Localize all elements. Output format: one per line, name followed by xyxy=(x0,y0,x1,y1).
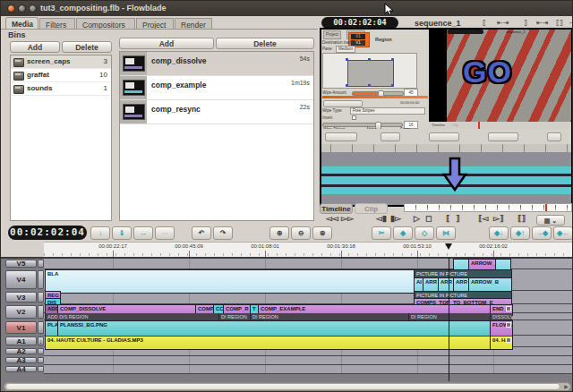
redo-button[interactable]: ↷ xyxy=(213,226,233,240)
track-head-v1[interactable]: V1 xyxy=(5,321,37,334)
media-file-row[interactable]: comp_dissolve54s xyxy=(120,52,313,76)
monitor-out-button[interactable]: ⟧ xyxy=(524,19,527,27)
track-head-v2[interactable]: V2 xyxy=(5,305,37,319)
sequence-split-button[interactable]: ◆← xyxy=(553,226,573,240)
capture-wipe-type-label: Wipe Type: xyxy=(322,108,342,113)
lift-button[interactable]: ◇ xyxy=(415,226,434,240)
media-file-row[interactable]: comp_resync22s xyxy=(120,100,313,124)
ruler-label: 00:00:45:09 xyxy=(175,243,203,249)
capture-timecode: 00:00:00:00 xyxy=(400,100,419,105)
undo-button[interactable]: ↶ xyxy=(192,226,211,240)
track-head-v3[interactable]: V3 xyxy=(5,292,37,303)
tab-media[interactable]: Media xyxy=(5,17,38,30)
capture-letterbox xyxy=(429,30,447,122)
clip-monitor-button[interactable]: →◆ xyxy=(532,226,552,240)
minimize-button[interactable] xyxy=(18,4,26,13)
overwrite-clip-button[interactable]: ⇓ xyxy=(112,226,132,240)
capture-wipe-type-select: Free Stripes xyxy=(350,107,425,115)
monitor-view-select[interactable]: ▤ ⌄ xyxy=(536,215,565,226)
mark-out-button[interactable]: ⟧ xyxy=(456,214,459,223)
capture-toolbar xyxy=(321,129,571,144)
track-indicator-a1[interactable]: ↓ xyxy=(38,337,44,345)
capture-monitor-row: Timeline Clip xyxy=(429,122,571,129)
monitor-scrub-bar[interactable] xyxy=(404,203,572,212)
media-add-button[interactable]: Add xyxy=(119,38,214,49)
marks-clear-button[interactable]: ⟦⟧ xyxy=(517,214,526,223)
bin-row[interactable]: graffat10 xyxy=(11,69,111,82)
close-button[interactable] xyxy=(7,4,15,13)
timeline-ruler[interactable]: 00:00:22:1700:00:45:0900:01:08:0100:01:3… xyxy=(44,242,572,257)
append-clip-button[interactable]: ⇔ xyxy=(155,226,175,240)
zoom-in-button[interactable]: ⊕ xyxy=(269,226,289,240)
timeline-clip[interactable]: BLA xyxy=(45,269,417,294)
track-head-a3[interactable]: A3 xyxy=(5,357,37,363)
to-next-edit-button[interactable]: ▻▻ xyxy=(341,214,354,223)
media-file-duration: 1m19s xyxy=(291,80,310,86)
ruler-label: 00:01:08:01 xyxy=(251,243,279,249)
next-frame-button[interactable]: ▮▻ xyxy=(390,214,401,223)
thumbnail-accent xyxy=(124,115,142,117)
mouse-cursor-icon xyxy=(384,3,395,16)
to-mark-in-button[interactable]: ⟦◅ xyxy=(478,214,488,223)
sequence-name: sequence_1 xyxy=(415,19,461,28)
ruler-label: 00:01:30:18 xyxy=(327,243,355,249)
bins-label: Bins xyxy=(8,30,26,39)
zoom-fit-button[interactable]: ⊜ xyxy=(312,226,332,240)
track-head-v5[interactable]: V5 xyxy=(5,260,37,268)
maximize-button[interactable] xyxy=(29,4,37,13)
clip-status-icon xyxy=(506,337,511,343)
track-indicator-a2[interactable] xyxy=(38,348,44,354)
timeline-scrollbar-handle[interactable] xyxy=(5,383,560,390)
bins-delete-button[interactable]: Delete xyxy=(62,41,112,53)
clip-mode-button[interactable]: Clip xyxy=(355,203,388,214)
timeline-mode-button[interactable]: Timeline xyxy=(320,203,353,214)
track-indicator-a3[interactable] xyxy=(38,357,44,363)
monitor-in-range-button[interactable]: ⇤⇥ xyxy=(497,19,509,27)
split-audio-button[interactable]: ◆↑ xyxy=(510,226,530,240)
playhead-marker[interactable] xyxy=(445,243,452,250)
playhead-line[interactable] xyxy=(449,258,449,381)
track-indicator-v4[interactable] xyxy=(38,270,44,289)
insert-clip-button[interactable]: ↔ xyxy=(133,226,153,240)
overwrite-range-button[interactable]: ↓ xyxy=(90,226,110,240)
bin-row[interactable]: screen_caps3 xyxy=(11,55,111,69)
scrollbar-right-arrow[interactable]: ▶ xyxy=(562,383,570,390)
track-indicator-a4[interactable] xyxy=(38,366,44,372)
track-indicator-v3[interactable] xyxy=(38,292,44,303)
mark-in-button[interactable]: ⟦ xyxy=(446,214,449,223)
play-button[interactable]: ▷ xyxy=(414,214,420,223)
capture-tab-project: Project xyxy=(323,30,341,39)
zoom-out-button[interactable]: ⊖ xyxy=(291,226,311,240)
bin-icon xyxy=(13,72,24,81)
monitor-marks-button[interactable]: ⟦⟧ xyxy=(556,19,563,27)
range-delete-button[interactable]: ⋈ xyxy=(436,226,456,240)
media-file-row[interactable]: comp_example1m19s xyxy=(120,76,313,100)
track-head-a2[interactable]: A2 xyxy=(5,348,37,354)
stop-button[interactable]: ◻ xyxy=(425,214,432,223)
bins-add-button[interactable]: Add xyxy=(10,41,60,53)
prev-frame-button[interactable]: ◅▮ xyxy=(376,214,387,223)
splice-out-button[interactable]: ◆ xyxy=(393,226,413,240)
monitor-range-button[interactable]: ⇥ xyxy=(569,19,573,27)
cut-button[interactable]: ✂ xyxy=(372,226,391,240)
media-list: comp_dissolve54scomp_example1m19scomp_re… xyxy=(119,51,314,221)
to-previous-edit-button[interactable]: ◅◅ xyxy=(326,214,338,223)
monitor-out-range-button[interactable]: ⇤⇥ xyxy=(536,19,548,27)
media-delete-button[interactable]: Delete xyxy=(216,38,314,49)
track-head-a1[interactable]: A1 xyxy=(5,337,37,345)
resync-button[interactable]: ◆↓ xyxy=(489,226,509,240)
monitor-in-button[interactable]: ⟦ xyxy=(483,19,486,27)
bin-row[interactable]: sounds1 xyxy=(11,82,111,96)
timeline-clip[interactable]: 04. HA xyxy=(490,336,513,350)
media-file-duration: 22s xyxy=(300,104,310,110)
to-mark-out-button[interactable]: ▻⟧ xyxy=(493,214,503,223)
track-indicator-v5[interactable] xyxy=(38,260,44,268)
track-indicator-v1[interactable] xyxy=(38,321,44,334)
ruler-label: 00:01:53:10 xyxy=(403,243,432,249)
bin-name: screen_caps xyxy=(27,57,70,65)
track-head-a4[interactable]: A4 xyxy=(5,366,37,372)
track-indicator-v2[interactable] xyxy=(38,305,44,319)
track-head-v4[interactable]: V4 xyxy=(5,270,37,289)
capture-mini-clip-button: Clip xyxy=(452,123,458,127)
timeline-clip[interactable]: 04. HAUTE CULTURE - GLADIAS.MP3 xyxy=(45,336,493,350)
